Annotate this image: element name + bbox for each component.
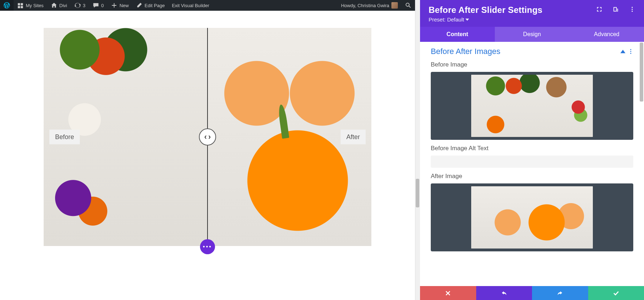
section-title: Before After Images (431, 47, 618, 56)
admin-site-label: Divi (59, 3, 67, 8)
home-icon (51, 2, 57, 9)
svg-point-0 (631, 7, 633, 8)
redo-button[interactable] (532, 286, 588, 300)
before-label-tag: Before (49, 130, 80, 144)
admin-howdy-text: Howdy, Christina Gwira (341, 3, 389, 8)
admin-edit-page[interactable]: Edit Page (132, 0, 168, 11)
save-button[interactable] (588, 286, 644, 300)
after-image-thumb (471, 186, 593, 249)
cancel-button[interactable] (420, 286, 476, 300)
admin-new-label: New (119, 3, 129, 8)
search-icon (405, 2, 411, 9)
before-image-thumb (471, 75, 593, 137)
sites-icon (17, 2, 24, 9)
admin-my-sites[interactable]: My Sites (14, 0, 47, 11)
panel-body-scrollbar[interactable] (640, 43, 643, 102)
chevron-up-icon (620, 49, 625, 54)
after-image-field-label: After Image (431, 173, 633, 180)
wordpress-icon (4, 2, 10, 9)
svg-point-2 (631, 11, 633, 12)
slider-handle[interactable] (199, 128, 216, 146)
panel-body: Before After Images Before Image Before … (420, 42, 644, 300)
caret-down-icon (465, 19, 469, 21)
admin-search[interactable] (401, 0, 415, 11)
expand-icon[interactable] (596, 6, 602, 14)
avatar (391, 2, 398, 9)
update-icon (74, 2, 81, 9)
admin-updates[interactable]: 3 (71, 0, 89, 11)
wp-logo[interactable] (0, 0, 14, 11)
svg-point-5 (630, 53, 631, 54)
tab-design[interactable]: Design (495, 27, 570, 42)
undo-icon (501, 290, 507, 296)
outer-scrollbar[interactable] (415, 0, 420, 300)
after-image-slot[interactable] (431, 183, 633, 251)
panel-footer (420, 286, 644, 300)
svg-point-3 (630, 49, 631, 50)
admin-site[interactable]: Divi (47, 0, 71, 11)
before-image-field-label: Before Image (431, 61, 633, 68)
admin-exit-vb[interactable]: Exit Visual Builder (168, 0, 213, 11)
slider-options-fab[interactable]: ••• (200, 239, 215, 254)
before-alt-input[interactable] (431, 156, 633, 168)
admin-exit-vb-label: Exit Visual Builder (172, 3, 209, 8)
plus-icon (111, 2, 117, 9)
check-icon (613, 290, 619, 296)
responsive-icon[interactable] (613, 6, 619, 14)
admin-comments[interactable]: 0 (89, 0, 107, 11)
more-icon[interactable] (629, 6, 635, 14)
admin-edit-page-label: Edit Page (145, 3, 165, 8)
admin-my-sites-label: My Sites (26, 3, 44, 8)
tab-content[interactable]: Content (420, 27, 495, 42)
tab-advanced[interactable]: Advanced (569, 27, 644, 42)
redo-icon (557, 290, 563, 296)
panel-title: Before After Slider Settings (429, 5, 596, 15)
after-label-tag: After (341, 130, 366, 144)
preset-label: Preset: Default (429, 16, 464, 23)
pencil-icon (136, 2, 142, 9)
preset-selector[interactable]: Preset: Default (429, 16, 635, 23)
svg-point-1 (631, 9, 633, 10)
panel-header: Before After Slider Settings Preset: Def… (420, 0, 644, 27)
admin-account[interactable]: Howdy, Christina Gwira (337, 0, 401, 11)
section-more-icon[interactable] (628, 49, 633, 54)
comment-icon (93, 2, 99, 9)
settings-panel: Before After Slider Settings Preset: Def… (415, 0, 644, 300)
undo-button[interactable] (476, 286, 532, 300)
admin-updates-count: 3 (83, 3, 86, 8)
admin-new[interactable]: New (107, 0, 132, 11)
section-header[interactable]: Before After Images (431, 47, 633, 56)
before-image-slot[interactable] (431, 72, 633, 140)
svg-point-4 (630, 51, 631, 52)
close-icon (445, 290, 451, 296)
panel-tabs: Content Design Advanced (420, 27, 644, 42)
page-canvas: Before After ••• (0, 11, 415, 300)
before-alt-label: Before Image Alt Text (431, 145, 633, 152)
wp-admin-bar: My Sites Divi 3 0 New Edit Page Exit Vis… (0, 0, 415, 11)
before-after-slider[interactable]: Before After ••• (44, 28, 371, 246)
admin-comments-count: 0 (101, 3, 104, 8)
